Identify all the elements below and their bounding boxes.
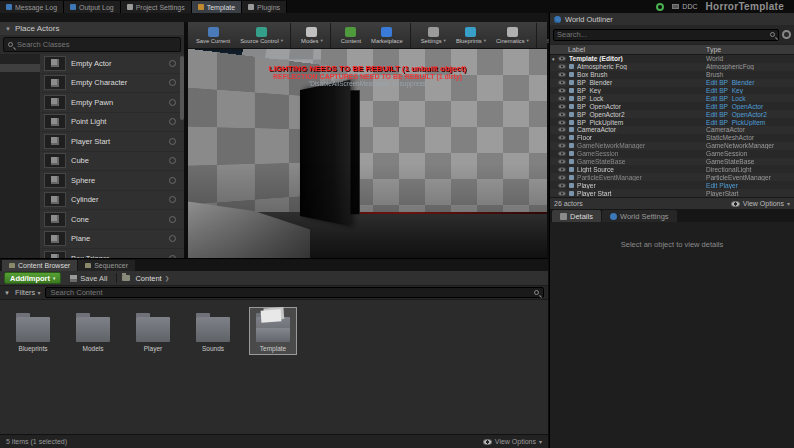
column-header-type[interactable]: Type bbox=[706, 46, 794, 53]
actor-type[interactable]: ParticleEventManager bbox=[706, 174, 794, 181]
viewport-3d-scene[interactable]: LIGHTING NEEDS TO BE REBUILT (1 unbuilt … bbox=[188, 49, 547, 258]
place-actor-item[interactable]: Sphere bbox=[40, 171, 184, 191]
drag-grip-icon[interactable] bbox=[169, 118, 176, 125]
visibility-eye-icon[interactable] bbox=[558, 167, 566, 172]
actor-type[interactable]: Edit BP_OpenActor bbox=[706, 103, 794, 110]
visibility-eye-icon[interactable] bbox=[558, 112, 566, 117]
place-actors-category[interactable] bbox=[0, 112, 40, 120]
window-tab[interactable]: Output Log bbox=[64, 1, 121, 13]
drag-grip-icon[interactable] bbox=[169, 177, 176, 184]
visibility-eye-icon[interactable] bbox=[558, 104, 566, 109]
actor-type[interactable]: CameraActor bbox=[706, 126, 794, 133]
filters-button[interactable]: Filters ▾ bbox=[15, 288, 40, 297]
outliner-row[interactable]: BP_OpenActor2 Edit BP_OpenActor2 bbox=[550, 110, 794, 118]
visibility-eye-icon[interactable] bbox=[558, 80, 566, 85]
outliner-row[interactable]: BP_PickUpItem Edit BP_PickUpItem bbox=[550, 118, 794, 126]
actor-type[interactable]: Edit Player bbox=[706, 182, 794, 189]
folder-tile[interactable]: Player bbox=[130, 308, 176, 354]
outliner-row[interactable]: BP_Lock Edit BP_Lock bbox=[550, 94, 794, 102]
place-actors-category[interactable] bbox=[0, 72, 40, 80]
visibility-eye-icon[interactable] bbox=[558, 96, 566, 101]
folder-tile[interactable]: Models bbox=[70, 308, 116, 354]
place-actor-item[interactable]: Box Trigger bbox=[40, 249, 184, 258]
view-options-button[interactable]: View Options bbox=[495, 438, 536, 445]
actor-type[interactable]: PlayerStart bbox=[706, 190, 794, 197]
drag-grip-icon[interactable] bbox=[169, 60, 176, 67]
place-actor-item[interactable]: Empty Actor bbox=[40, 54, 184, 74]
place-actor-item[interactable]: Player Start bbox=[40, 132, 184, 152]
drag-grip-icon[interactable] bbox=[169, 235, 176, 242]
window-tab[interactable]: Project Settings bbox=[121, 1, 192, 13]
outliner-world-row[interactable]: ▾ Template (Editor) World bbox=[550, 55, 794, 63]
toolbar-button[interactable]: Content ▾ bbox=[337, 23, 365, 48]
drag-grip-icon[interactable] bbox=[169, 216, 176, 223]
outliner-row[interactable]: Player Start PlayerStart bbox=[550, 189, 794, 197]
visibility-eye-icon[interactable] bbox=[558, 135, 566, 140]
outliner-row[interactable]: Player Edit Player bbox=[550, 181, 794, 189]
drag-grip-icon[interactable] bbox=[169, 99, 176, 106]
outliner-row[interactable]: Floor StaticMeshActor bbox=[550, 134, 794, 142]
place-actors-category[interactable] bbox=[0, 56, 40, 64]
actor-type[interactable]: Brush bbox=[706, 71, 794, 78]
drag-grip-icon[interactable] bbox=[169, 79, 176, 86]
toolbar-button[interactable]: Cinematics ▾ bbox=[492, 23, 537, 48]
view-options-button[interactable]: View Options bbox=[743, 200, 784, 207]
visibility-eye-icon[interactable] bbox=[558, 56, 566, 61]
world-outliner-header[interactable]: World Outliner bbox=[550, 13, 794, 25]
visibility-eye-icon[interactable] bbox=[558, 183, 566, 188]
scrollbar[interactable] bbox=[180, 56, 184, 120]
toolbar-button[interactable]: Modes ▾ bbox=[297, 23, 331, 48]
place-actors-category[interactable] bbox=[0, 96, 40, 104]
outliner-row[interactable]: BP_OpenActor Edit BP_OpenActor bbox=[550, 102, 794, 110]
visibility-eye-icon[interactable] bbox=[558, 120, 566, 125]
drag-grip-icon[interactable] bbox=[169, 138, 176, 145]
actor-type[interactable]: AtmosphericFog bbox=[706, 63, 794, 70]
breadcrumb[interactable]: Content ❯ bbox=[135, 274, 169, 283]
toolbar-button[interactable]: Source Control ▾ bbox=[236, 23, 291, 48]
actor-type[interactable]: StaticMeshActor bbox=[706, 134, 794, 141]
place-actor-item[interactable]: Plane bbox=[40, 230, 184, 250]
breadcrumb-content[interactable]: Content bbox=[135, 274, 161, 283]
bottom-panel-tab[interactable]: Content Browser bbox=[2, 260, 77, 271]
save-all-button[interactable]: Save All bbox=[66, 274, 111, 283]
visibility-eye-icon[interactable] bbox=[558, 72, 566, 77]
add-import-button[interactable]: Add/Import ▾ bbox=[4, 272, 61, 284]
visibility-eye-icon[interactable] bbox=[558, 88, 566, 93]
place-actor-item[interactable]: Point Light bbox=[40, 113, 184, 133]
actor-type[interactable]: Edit BP_OpenActor2 bbox=[706, 111, 794, 118]
place-actor-item[interactable]: Cone bbox=[40, 210, 184, 230]
actor-type[interactable]: Edit BP_Key bbox=[706, 87, 794, 94]
folder-tile[interactable]: Blueprints bbox=[10, 308, 56, 354]
outliner-row[interactable]: CameraActor CameraActor bbox=[550, 126, 794, 134]
visibility-eye-icon[interactable] bbox=[558, 64, 566, 69]
toolbar-button[interactable]: Marketplace ▾ bbox=[367, 23, 411, 48]
visibility-eye-icon[interactable] bbox=[558, 159, 566, 164]
visibility-eye-icon[interactable] bbox=[558, 127, 566, 132]
window-tab[interactable]: Template bbox=[192, 1, 242, 13]
outliner-row[interactable]: Atmospheric Fog AtmosphericFog bbox=[550, 63, 794, 71]
place-actors-category[interactable] bbox=[0, 104, 40, 112]
folder-tile[interactable]: Template bbox=[250, 308, 296, 354]
drag-grip-icon[interactable] bbox=[169, 196, 176, 203]
bottom-panel-tab[interactable]: Sequencer bbox=[78, 260, 135, 271]
visibility-eye-icon[interactable] bbox=[558, 175, 566, 180]
details-tab[interactable]: Details bbox=[552, 210, 601, 222]
outliner-row[interactable]: ParticleEventManager ParticleEventManage… bbox=[550, 173, 794, 181]
actor-type[interactable]: GameStateBase bbox=[706, 158, 794, 165]
place-actor-item[interactable]: Cube bbox=[40, 152, 184, 172]
outliner-row[interactable]: BP_Key Edit BP_Key bbox=[550, 87, 794, 95]
details-tab[interactable]: World Settings bbox=[602, 210, 677, 222]
toolbar-button[interactable]: Save Current ▾ bbox=[192, 23, 234, 48]
visibility-eye-icon[interactable] bbox=[558, 151, 566, 156]
toolbar-button[interactable]: Blueprints ▾ bbox=[452, 23, 490, 48]
place-actor-item[interactable]: Cylinder bbox=[40, 191, 184, 211]
settings-gear-icon[interactable] bbox=[782, 30, 791, 39]
outliner-row[interactable]: Box Brush Brush bbox=[550, 71, 794, 79]
outliner-row[interactable]: GameNetworkManager GameNetworkManager bbox=[550, 142, 794, 150]
search-content-input[interactable] bbox=[50, 288, 531, 297]
place-actors-header[interactable]: ▼ Place Actors bbox=[0, 22, 184, 35]
column-header-label[interactable]: Label bbox=[550, 46, 706, 53]
place-actors-category[interactable] bbox=[0, 80, 40, 88]
actor-type[interactable]: GameSession bbox=[706, 150, 794, 157]
outliner-row[interactable]: Light Source DirectionalLight bbox=[550, 165, 794, 173]
